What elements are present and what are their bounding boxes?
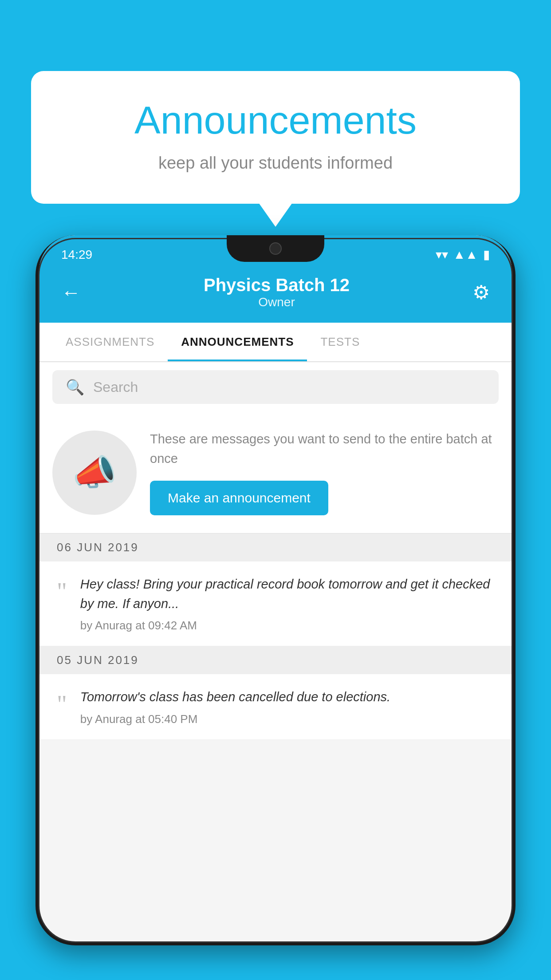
promo-icon-circle: 📣 xyxy=(52,431,137,515)
bubble-title: Announcements xyxy=(67,98,484,143)
announcement-meta-2: by Anurag at 05:40 PM xyxy=(80,712,494,726)
search-bar[interactable]: 🔍 Search xyxy=(52,370,499,404)
announcement-content-2: Tomorrow's class has been cancelled due … xyxy=(80,688,494,726)
header-title: Physics Batch 12 xyxy=(204,275,350,295)
date-header-2: 05 JUN 2019 xyxy=(39,646,512,674)
phone-notch xyxy=(227,235,324,262)
search-container: 🔍 Search xyxy=(39,362,512,412)
status-time: 14:29 xyxy=(61,248,92,262)
gear-icon[interactable]: ⚙ xyxy=(472,281,490,304)
announcement-item-1[interactable]: " Hey class! Bring your practical record… xyxy=(39,561,512,646)
announcement-item-2[interactable]: " Tomorrow's class has been cancelled du… xyxy=(39,674,512,740)
search-icon: 🔍 xyxy=(66,378,84,396)
quote-icon-2: " xyxy=(57,692,67,717)
speech-bubble: Announcements keep all your students inf… xyxy=(31,71,520,204)
phone-screen: 14:29 ▾▾ ▲▲ ▮ ← Physics Batch 12 Owner ⚙ xyxy=(39,235,512,942)
header-center: Physics Batch 12 Owner xyxy=(204,275,350,309)
promo-section: 📣 These are messages you want to send to… xyxy=(39,412,512,533)
search-input[interactable]: Search xyxy=(93,379,138,395)
camera-dot xyxy=(269,242,282,255)
tab-assignments[interactable]: ASSIGNMENTS xyxy=(52,323,168,361)
wifi-icon: ▾▾ xyxy=(436,247,448,262)
megaphone-icon: 📣 xyxy=(72,452,117,494)
signal-icon: ▲▲ xyxy=(453,248,478,262)
header-subtitle: Owner xyxy=(204,295,350,309)
make-announcement-button[interactable]: Make an announcement xyxy=(150,481,328,515)
speech-bubble-container: Announcements keep all your students inf… xyxy=(31,71,520,204)
phone-container: 14:29 ▾▾ ▲▲ ▮ ← Physics Batch 12 Owner ⚙ xyxy=(35,235,516,980)
app-header: ← Physics Batch 12 Owner ⚙ xyxy=(39,266,512,323)
status-icons: ▾▾ ▲▲ ▮ xyxy=(436,247,490,262)
bubble-subtitle: keep all your students informed xyxy=(67,154,484,173)
tab-announcements[interactable]: ANNOUNCEMENTS xyxy=(168,323,307,361)
tab-tests[interactable]: TESTS xyxy=(307,323,373,361)
promo-content: These are messages you want to send to t… xyxy=(150,430,499,515)
quote-icon-1: " xyxy=(57,579,67,604)
date-header-1: 06 JUN 2019 xyxy=(39,533,512,561)
announcement-text-2: Tomorrow's class has been cancelled due … xyxy=(80,688,494,707)
battery-icon: ▮ xyxy=(483,247,490,262)
promo-description: These are messages you want to send to t… xyxy=(150,430,499,468)
announcement-text-1: Hey class! Bring your practical record b… xyxy=(80,575,494,613)
back-button[interactable]: ← xyxy=(61,281,81,304)
tabs-bar: ASSIGNMENTS ANNOUNCEMENTS TESTS xyxy=(39,323,512,362)
phone-frame: 14:29 ▾▾ ▲▲ ▮ ← Physics Batch 12 Owner ⚙ xyxy=(35,235,516,945)
announcement-meta-1: by Anurag at 09:42 AM xyxy=(80,619,494,632)
announcement-content-1: Hey class! Bring your practical record b… xyxy=(80,575,494,632)
